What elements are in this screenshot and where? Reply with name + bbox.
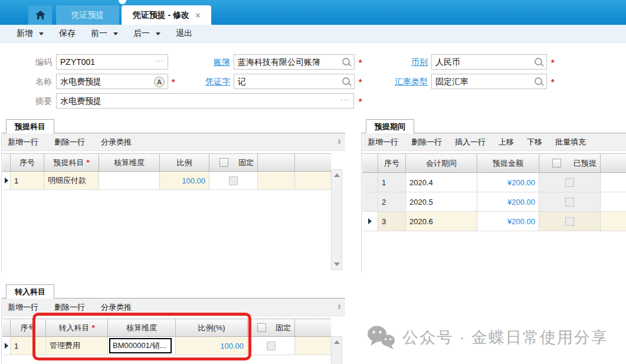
- col-seq: 序号: [11, 319, 46, 337]
- new-button[interactable]: 新增: [17, 28, 44, 39]
- required-mark: *: [172, 74, 175, 89]
- name-label: 名称: [17, 74, 52, 89]
- lookup-ellipsis-icon[interactable]: ···: [340, 94, 350, 108]
- accrued-header-checkbox[interactable]: [552, 159, 561, 168]
- accrued-checkbox[interactable]: [565, 217, 574, 226]
- tab-voucher-accrual-list[interactable]: 凭证预提: [56, 5, 119, 25]
- code-field[interactable]: PZYT001 ···: [56, 54, 168, 70]
- voucher-word-link-label[interactable]: 凭证字: [181, 74, 230, 89]
- add-row-button[interactable]: 新增一行: [368, 137, 398, 147]
- scroll-down-icon[interactable]: [334, 263, 340, 266]
- book-field[interactable]: 蓝海科技有限公司账簿: [234, 54, 355, 70]
- tab-voucher-accrual-edit[interactable]: 凭证预提 - 修改 ×: [122, 5, 211, 25]
- search-icon[interactable]: [342, 77, 350, 85]
- accrual-subjects-tab[interactable]: 预提科目: [6, 119, 54, 133]
- app-window: 凭证预提 凭证预提 - 修改 × 新增 保存 前一 后一 退出 编码 PZYT0…: [0, 0, 626, 364]
- fixed-checkbox[interactable]: [267, 342, 276, 350]
- summary-field[interactable]: 水电费预提 ···: [56, 93, 354, 109]
- move-up-button[interactable]: 上移: [499, 137, 514, 147]
- col-subject: 预提科目*: [44, 153, 99, 172]
- multilanguage-icon[interactable]: A: [154, 77, 165, 87]
- accrued-checkbox[interactable]: [565, 178, 574, 187]
- accrual-subjects-grid: 序号 预提科目* 核算维度 比例 固定 1 明细应付款: [2, 153, 331, 190]
- col-subject: 转入科目*: [46, 319, 108, 337]
- accrual-subjects-toolbar: 新增一行 删除一行 分录类推 ⇟: [2, 133, 345, 151]
- add-row-button[interactable]: 新增一行: [8, 302, 38, 313]
- table-row[interactable]: 2 2020.5 ¥200.00: [362, 192, 626, 212]
- table-row[interactable]: 1 明细应付款 100.00: [2, 172, 331, 190]
- table-row[interactable]: 1 管理费用 BM000001/销... 100.00: [2, 337, 331, 355]
- summary-label: 摘要: [17, 93, 52, 109]
- search-icon[interactable]: [535, 58, 542, 65]
- fixed-header-checkbox[interactable]: [257, 323, 266, 332]
- table-row[interactable]: 3 2020.6 ¥200.00: [362, 212, 626, 231]
- col-ratio: 比例: [160, 153, 209, 172]
- cursor-dot: [119, 0, 126, 4]
- col-period: 会计期间: [406, 153, 477, 173]
- panel-splitter-icon[interactable]: ⇟: [336, 303, 342, 311]
- lookup-ellipsis-icon[interactable]: ···: [155, 55, 164, 69]
- grid-header-row: 序号 会计期间 预提金额 已预提: [362, 153, 626, 173]
- book-link-label[interactable]: 账簿: [195, 54, 230, 70]
- chevron-down-icon[interactable]: [113, 32, 118, 35]
- wechat-icon: [367, 325, 395, 350]
- tab-label: 凭证预提: [71, 10, 104, 21]
- name-field[interactable]: 水电费预提 A: [56, 74, 168, 89]
- delete-row-button[interactable]: 删除一行: [411, 137, 442, 147]
- tab-label: 凭证预提 - 修改: [133, 10, 189, 21]
- currency-field[interactable]: 人民币: [431, 54, 547, 70]
- code-label: 编码: [17, 54, 52, 70]
- col-seq: 序号: [378, 153, 406, 173]
- search-icon[interactable]: [342, 58, 350, 65]
- transfer-subjects-tab[interactable]: 转入科目: [6, 284, 54, 299]
- vertical-scrollbar[interactable]: [331, 336, 342, 364]
- add-row-button[interactable]: 新增一行: [8, 137, 38, 147]
- delete-row-button[interactable]: 删除一行: [54, 137, 85, 147]
- accrual-periods-tab[interactable]: 预提期间: [366, 119, 414, 133]
- chevron-down-icon[interactable]: [39, 32, 44, 35]
- chevron-down-icon[interactable]: [156, 32, 160, 35]
- grid-header-row: 序号 转入科目* 核算维度 比例(%) 固定: [2, 319, 331, 337]
- vertical-scrollbar[interactable]: [331, 169, 342, 270]
- accrued-checkbox[interactable]: [565, 198, 574, 206]
- col-ratio: 比例(%): [176, 319, 248, 337]
- batch-fill-button[interactable]: 批量填充: [555, 137, 586, 147]
- voucher-word-field[interactable]: 记: [234, 74, 355, 89]
- main-toolbar: 新增 保存 前一 后一 退出: [0, 25, 626, 43]
- required-mark: *: [551, 74, 554, 89]
- current-row-marker-icon: [5, 343, 8, 349]
- watermark-text: 公众号 · 金蝶日常使用分享: [402, 327, 608, 348]
- next-button[interactable]: 后一: [133, 28, 160, 39]
- tab-home[interactable]: [28, 5, 52, 25]
- close-icon[interactable]: ×: [195, 11, 200, 19]
- search-icon[interactable]: [535, 77, 542, 85]
- rate-type-link-label[interactable]: 汇率类型: [378, 74, 428, 89]
- home-icon: [35, 11, 45, 19]
- accrual-periods-panel: 预提期间 新增一行 删除一行 插入一行 上移 下移 批量填充 序号 会计期间 预…: [361, 119, 626, 273]
- scroll-up-icon[interactable]: [334, 173, 340, 177]
- accrual-subjects-panel: 预提科目 新增一行 删除一行 分录类推 ⇟ 序号 预提科目* 核算维度 比例: [1, 119, 345, 273]
- table-row[interactable]: 1 2020.4 ¥200.00: [362, 173, 626, 192]
- delete-row-button[interactable]: 删除一行: [54, 302, 85, 313]
- fixed-header-checkbox[interactable]: [219, 158, 228, 167]
- required-mark: *: [551, 54, 554, 70]
- dimension-edit-cell[interactable]: BM000001/销...: [109, 338, 172, 353]
- entry-analogy-button[interactable]: 分录类推: [101, 137, 132, 147]
- required-mark: *: [359, 54, 362, 70]
- previous-button[interactable]: 前一: [91, 28, 118, 39]
- fixed-checkbox[interactable]: [229, 176, 238, 185]
- rate-type-field[interactable]: 固定汇率: [431, 74, 547, 89]
- save-button[interactable]: 保存: [59, 28, 76, 39]
- col-amount: 预提金额: [477, 153, 539, 173]
- entry-analogy-button[interactable]: 分录类推: [101, 302, 132, 313]
- currency-link-label[interactable]: 币别: [392, 54, 428, 70]
- col-fixed: 固定: [209, 153, 258, 172]
- move-down-button[interactable]: 下移: [527, 137, 542, 147]
- col-accrued: 已预提: [539, 153, 601, 173]
- scroll-up-icon[interactable]: [334, 340, 340, 344]
- panel-splitter-icon[interactable]: ⇟: [336, 137, 342, 146]
- top-bar: 凭证预提 凭证预提 - 修改 ×: [0, 0, 626, 25]
- insert-row-button[interactable]: 插入一行: [455, 137, 486, 147]
- transfer-subjects-toolbar: 新增一行 删除一行 分录类推 ⇟: [2, 299, 345, 316]
- exit-button[interactable]: 退出: [176, 28, 192, 39]
